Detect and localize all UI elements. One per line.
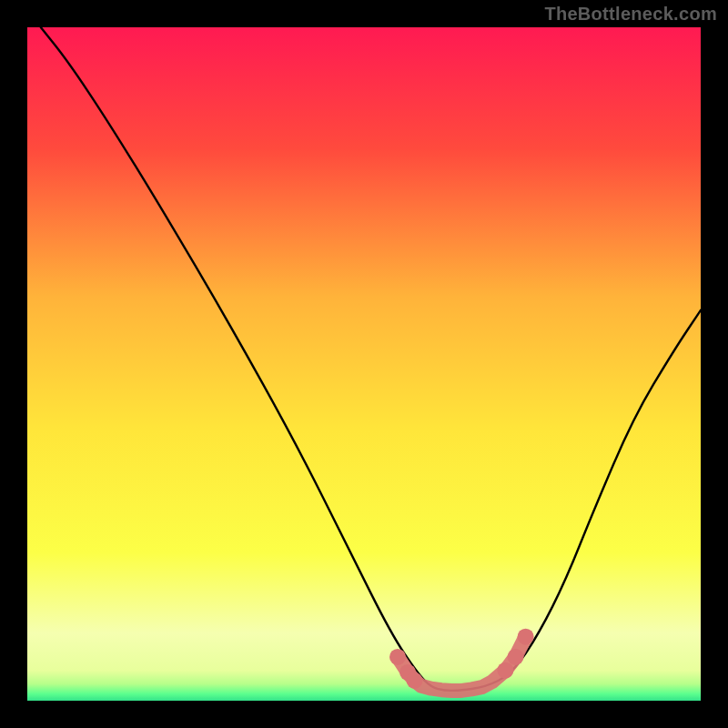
optimal-zone-dot (518, 629, 534, 645)
optimal-zone-dot (389, 649, 406, 665)
chart-stage: TheBottleneck.com (0, 0, 728, 728)
optimal-zone-dot (508, 649, 524, 665)
bottleneck-chart (27, 27, 701, 701)
watermark-text: TheBottleneck.com (544, 4, 717, 25)
optimal-zone-dot (497, 662, 513, 679)
optimal-zone-dot (407, 672, 423, 689)
gradient-background (27, 27, 701, 701)
